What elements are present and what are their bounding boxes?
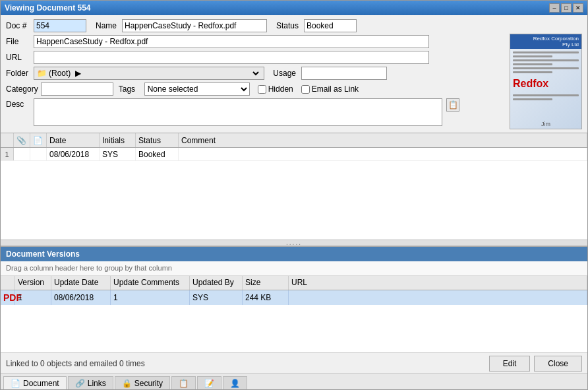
document-tab-icon: 📄	[11, 379, 20, 388]
table-row: PDF 1 08/06/2018 1 SYS 244 KB	[1, 290, 587, 305]
doc-label: Doc #	[6, 21, 31, 30]
close-button[interactable]: Close	[534, 356, 582, 372]
edit-button[interactable]: Edit	[489, 356, 531, 372]
version-updated-by: SYS	[190, 290, 243, 305]
preview-header: Redfox CorporationPty Ltd	[510, 34, 581, 49]
cell-status: Booked	[136, 148, 179, 160]
vcol-updated-by: Updated By	[190, 276, 243, 290]
preview-line-6	[513, 71, 552, 73]
cell-comment[interactable]	[179, 148, 587, 160]
cell-note	[30, 148, 47, 160]
extra-tab-2-icon: 📝	[204, 379, 214, 388]
title-bar: Viewing Document 554 – □ ✕	[1, 1, 587, 15]
col-note: 📄	[30, 133, 47, 147]
splitter-dots: .....	[286, 239, 302, 246]
folder-dropdown[interactable]	[248, 69, 261, 78]
category-label: Category	[6, 84, 38, 94]
document-tab-label: Document	[23, 379, 59, 388]
version-pdf-icon: PDF	[1, 290, 15, 305]
tags-label: Tags	[119, 84, 142, 94]
folder-button[interactable]: 📁 (Root) ▶	[34, 67, 264, 80]
vcol-update-date: Update Date	[51, 276, 111, 290]
close-window-button[interactable]: ✕	[573, 3, 583, 13]
file-row: File	[6, 35, 582, 48]
versions-title: Document Versions	[6, 249, 80, 259]
main-window: Viewing Document 554 – □ ✕ Doc # Name St…	[0, 0, 588, 390]
cell-date: 08/06/2018	[47, 148, 100, 160]
status-label: Status	[270, 21, 299, 30]
tab-security[interactable]: 🔒 Security	[115, 376, 170, 389]
form-section: Doc # Name Status File URL	[1, 15, 587, 133]
vcol-version: Version	[15, 276, 51, 290]
tab-extra-3[interactable]: 👤	[223, 376, 247, 389]
hidden-checkbox-item: Hidden	[258, 84, 293, 94]
bottom-status: Linked to 0 objects and emailed 0 times	[6, 359, 145, 368]
content-area: Doc # Name Status File URL	[1, 15, 587, 389]
window-title: Viewing Document 554	[5, 3, 90, 13]
folder-usage-row: Folder 📁 (Root) ▶ Usage	[6, 67, 582, 80]
url-row: URL	[6, 51, 582, 64]
hidden-label: Hidden	[268, 84, 293, 94]
version-update-comments: 1	[111, 290, 190, 305]
folder-value: (Root)	[49, 69, 71, 78]
vcol-url: URL	[289, 276, 587, 290]
usage-label: Usage	[267, 69, 296, 78]
maximize-button[interactable]: □	[561, 3, 572, 13]
extra-tab-3-icon: 👤	[230, 379, 240, 388]
desc-icon-button[interactable]: 📋	[446, 98, 459, 112]
cell-initials: SYS	[100, 148, 136, 160]
preview-inner: Redfox CorporationPty Ltd Redfox Jim	[510, 34, 581, 129]
preview-line-4	[513, 63, 552, 65]
history-grid: 📎 📄 Date Initials Status Comment 1 08/06…	[1, 133, 587, 240]
version-update-date: 08/06/2018	[51, 290, 111, 305]
links-tab-label: Links	[88, 379, 106, 388]
desc-icon: 📋	[448, 100, 458, 110]
col-comment: Comment	[179, 133, 587, 147]
tab-extra-1[interactable]: 📋	[171, 376, 196, 389]
tab-document[interactable]: 📄 Document	[3, 376, 67, 389]
row-number: 1	[1, 148, 14, 160]
folder-icon: 📁	[37, 69, 47, 78]
tab-links[interactable]: 🔗 Links	[68, 376, 113, 389]
preview-line-2	[513, 55, 552, 57]
name-input[interactable]	[122, 19, 267, 32]
vcol-size: Size	[243, 276, 289, 290]
desc-textarea[interactable]	[34, 98, 442, 126]
links-tab-icon: 🔗	[75, 379, 85, 388]
preview-content: Redfox	[510, 49, 581, 119]
status-input[interactable]	[304, 19, 357, 32]
drag-hint: Drag a column header here to group by th…	[1, 261, 587, 276]
hidden-checkbox[interactable]	[258, 85, 266, 94]
preview-logo: Redfox	[513, 78, 579, 90]
note-icon: 📄	[33, 136, 43, 145]
attach-icon: 📎	[16, 136, 26, 145]
title-bar-buttons: – □ ✕	[549, 3, 583, 13]
splitter[interactable]: .....	[1, 240, 587, 246]
tab-extra-2[interactable]: 📝	[197, 376, 221, 389]
vcol-icon	[1, 276, 15, 290]
checkbox-group: Hidden Email as Link	[258, 84, 359, 94]
url-input[interactable]	[34, 51, 429, 64]
file-input[interactable]	[34, 35, 429, 48]
col-status: Status	[136, 133, 179, 147]
extra-tab-1-icon: 📋	[179, 379, 189, 388]
category-input[interactable]	[41, 82, 113, 96]
doc-number-input[interactable]	[34, 19, 86, 32]
name-label: Name	[89, 21, 117, 30]
cell-attach	[14, 148, 30, 160]
usage-input[interactable]	[301, 67, 387, 80]
comment-input[interactable]	[181, 150, 584, 159]
preview-line-5	[513, 67, 579, 69]
preview-line-7	[513, 94, 579, 96]
table-row: 1 08/06/2018 SYS Booked	[1, 148, 587, 161]
preview-line-8	[513, 98, 552, 100]
bottom-buttons: Edit Close	[489, 356, 582, 372]
tags-select[interactable]: None selected	[144, 82, 250, 96]
version-url	[289, 290, 587, 305]
minimize-button[interactable]: –	[549, 3, 560, 13]
col-initials: Initials	[100, 133, 136, 147]
document-preview: Redfox CorporationPty Ltd Redfox Jim	[510, 34, 582, 129]
col-attach: 📎	[14, 133, 30, 147]
grid-header: 📎 📄 Date Initials Status Comment	[1, 133, 587, 148]
email-as-link-checkbox[interactable]	[301, 85, 310, 94]
